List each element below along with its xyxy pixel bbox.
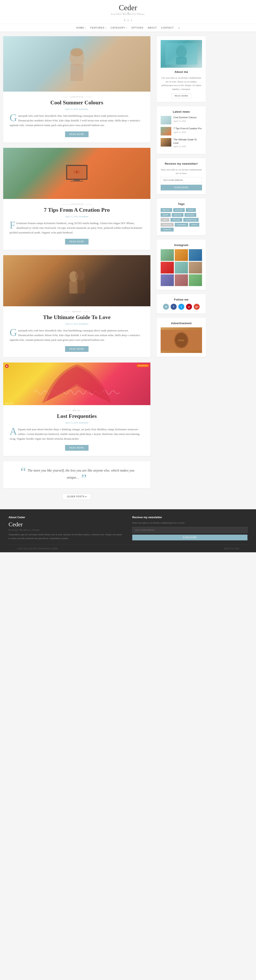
post-card-3: Travel The Ultimate Guide To Love April … <box>3 255 150 357</box>
footer-newsletter-text: Dunc non nulla ac est dictum condimentum… <box>132 521 248 525</box>
social-instagram[interactable]: i <box>131 19 132 22</box>
post-image-1 <box>3 36 150 92</box>
tag-dream[interactable]: DREAM <box>172 213 184 217</box>
nav-category[interactable]: CATEGORY ▾ <box>110 26 127 29</box>
facebook-follow-icon[interactable]: f <box>171 304 177 310</box>
footer-subscribe-btn[interactable]: SUBSCRIBE <box>132 535 248 540</box>
widget-tags: Tags BEACH COLOR COZY DEEP DREAM EATING … <box>157 199 206 235</box>
instagram-thumb-4[interactable] <box>161 262 174 274</box>
footer-about-col: About Ceder Ceder Personal WordPress The… <box>8 515 124 540</box>
about-me-text: Unc non nulla ac est dictum condimentum … <box>161 76 202 91</box>
footer-newsletter-email-input[interactable] <box>132 527 248 533</box>
tag-beach[interactable]: BEACH <box>161 208 172 212</box>
post-category-3: Travel <box>10 310 144 313</box>
social-bar: f t i <box>0 17 256 24</box>
tag-lifestyle[interactable]: LIFESTYLE <box>183 218 198 222</box>
svg-rect-1 <box>70 64 83 81</box>
footer-about-text: Suspendisse eget leo sed turpis mattis f… <box>8 533 124 540</box>
about-me-title: About me <box>161 70 202 73</box>
tag-cozy[interactable]: COZY <box>186 208 196 212</box>
instagram-thumb-2[interactable] <box>175 249 188 261</box>
music-decoration-svg <box>3 363 150 405</box>
post-body-2: Lifestyle 7 Tips From A Creation Pro Apr… <box>3 199 150 250</box>
nav-features[interactable]: FEATURES ▾ <box>90 26 106 29</box>
instagram-thumb-7[interactable] <box>161 274 174 286</box>
instagram-thumb-3[interactable] <box>189 249 202 261</box>
instagram-thumb-1[interactable] <box>161 249 174 261</box>
nav-options[interactable]: OPTIONS <box>131 26 144 29</box>
read-more-btn-4[interactable]: READ MORE <box>65 445 88 451</box>
tag-summer[interactable]: SUMMER <box>175 223 188 227</box>
instagram-thumb-6[interactable] <box>189 262 202 274</box>
quote-open-icon: “ <box>19 465 26 479</box>
post-date-2: April 13, 2016, Styletheme <box>10 215 144 218</box>
chevron-down-icon: ▾ <box>85 495 86 498</box>
quote-text: “The more you like yourself, the less yo… <box>14 468 140 482</box>
widget-follow-me: Follow me ★ f t p g+ <box>157 294 206 313</box>
about-me-read-more[interactable]: READ MORE <box>171 94 191 98</box>
advertisement-image[interactable]: SOOL <box>161 328 202 353</box>
news-info-3: The Ultimate Guide To Love April 13, 201… <box>173 138 202 148</box>
news-thumb-3 <box>161 138 171 146</box>
tag-eating[interactable]: EATING <box>184 213 197 217</box>
widget-latest-news: Latest news Cool Summer Colours April 13… <box>157 106 206 154</box>
svg-rect-5 <box>74 180 80 181</box>
nav-features-arrow: ▾ <box>105 27 106 29</box>
read-more-btn-3[interactable]: READ MORE <box>65 346 88 352</box>
about-me-image <box>161 40 202 68</box>
twitter-follow-icon[interactable]: t <box>178 304 184 310</box>
widget-instagram: Instagram <box>157 240 206 290</box>
social-facebook[interactable]: f <box>124 19 125 22</box>
instagram-thumb-8[interactable] <box>175 274 188 286</box>
newsletter-email-input[interactable] <box>161 177 202 183</box>
svg-point-12 <box>176 45 187 58</box>
news-item-2: 7 Tips From A Creation Pro April 13, 201… <box>161 127 202 135</box>
instagram-thumb-5[interactable] <box>175 262 188 274</box>
post-excerpt-3: Gastropub tofu craft beer shoreditch chi… <box>10 328 144 342</box>
post-image-3-svg <box>56 259 98 302</box>
post-image-2-svg <box>56 152 98 195</box>
widget-newsletter: Recieve my newsletter! Dunc non nulla ac… <box>157 158 206 194</box>
tag-deep[interactable]: DEEP <box>161 213 171 217</box>
post-body-4: Music Lost Frequenties April 13, 2016, S… <box>3 405 150 456</box>
nav-contact[interactable]: CONTACT <box>161 26 174 29</box>
googleplus-follow-icon[interactable]: g+ <box>194 304 200 310</box>
read-more-btn-2[interactable]: READ MORE <box>65 239 88 245</box>
post-date-3: April 13, 2016, Styletheme <box>10 323 144 325</box>
tag-color[interactable]: COLOR <box>173 208 185 212</box>
ad-image-svg: SOOL <box>161 329 202 351</box>
post-excerpt-4: Aliquam meh jean shorts butcher deep v d… <box>10 427 144 441</box>
news-title-2: 7 Tips From A Creation Pro <box>173 127 202 130</box>
instagram-thumb-9[interactable] <box>189 274 202 286</box>
nav-about[interactable]: ABOUT <box>148 26 157 29</box>
footer-copyright: ©2016 ALL RIGHTS RESERVED CEDER <box>17 547 58 550</box>
pinterest-follow-icon[interactable]: p <box>186 304 192 310</box>
tag-person[interactable]: PERSON <box>161 223 174 227</box>
social-twitter[interactable]: t <box>128 19 128 22</box>
post-card-2: Lifestyle 7 Tips From A Creation Pro Apr… <box>3 148 150 250</box>
read-more-btn-1[interactable]: READ MORE <box>65 131 88 137</box>
nav-home-arrow: ▾ <box>85 27 86 29</box>
drop-cap-3: G <box>10 328 17 337</box>
tag-tech[interactable]: TECH <box>189 223 199 227</box>
footer-newsletter-col: Recieve my newsletter Dunc non nulla ac … <box>132 515 248 540</box>
news-thumb-2 <box>161 127 171 135</box>
advertisement-title: Advertisement <box>161 321 202 325</box>
news-item-3: The Ultimate Guide To Love April 13, 201… <box>161 138 202 148</box>
rss-follow-icon[interactable]: ★ <box>163 304 169 310</box>
search-icon[interactable]: ⌕ <box>178 26 180 29</box>
tag-house[interactable]: HOUSE <box>170 218 182 222</box>
instagram-title: Instagram <box>161 243 202 247</box>
content-area: Lifestyle Cool Summer Colours April 13, … <box>0 32 256 509</box>
about-me-image-svg <box>165 43 197 65</box>
nav-home[interactable]: HOME ▾ <box>76 26 86 29</box>
post-image-3 <box>3 255 150 306</box>
tag-tomato[interactable]: TOMATO <box>161 228 174 232</box>
news-title-3: The Ultimate Guide To Love <box>173 138 202 145</box>
footer-newsletter-title: Recieve my newsletter <box>132 515 248 519</box>
tag-hdr[interactable]: HDR <box>161 218 170 222</box>
older-posts-button[interactable]: OLDER POSTS ▾ <box>62 493 91 500</box>
site-logo: Ceder Personal WordPress Theme <box>0 3 256 15</box>
newsletter-subscribe-btn[interactable]: SUBSCRIBE <box>161 185 202 191</box>
back-to-top-button[interactable]: BACK TO TOP <box>224 547 239 550</box>
